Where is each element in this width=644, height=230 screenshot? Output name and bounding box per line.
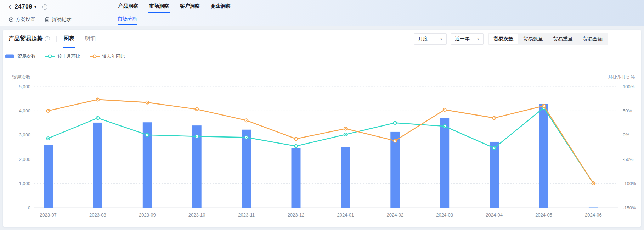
- svg-text:-150%: -150%: [623, 205, 636, 211]
- bar-2024-02: [390, 132, 400, 208]
- bar-2023-08: [93, 123, 102, 208]
- legend-item-yoy[interactable]: 较去年同比: [90, 53, 125, 60]
- svg-text:4,000: 4,000: [19, 108, 30, 113]
- svg-text:50%: 50%: [623, 108, 632, 113]
- subtab-market-analysis[interactable]: 市场分析: [118, 16, 137, 22]
- view-tabs: 图表明细: [63, 30, 106, 48]
- bar-2024-05: [539, 104, 548, 208]
- line-series-mom[interactable]: [47, 106, 595, 185]
- card-title: 产品贸易趋势: [9, 35, 43, 43]
- caret-down-icon[interactable]: ▼: [34, 5, 37, 9]
- metric-segmented-control: 贸易次数贸易数量贸易重量贸易金额: [488, 33, 608, 45]
- plan-id[interactable]: 24709: [15, 3, 32, 10]
- legend-label: 较上月环比: [57, 53, 80, 60]
- period-select[interactable]: 月度 ∨: [414, 33, 447, 45]
- svg-text:2024-01: 2024-01: [337, 212, 354, 218]
- range-select-value: 近一年: [455, 36, 470, 42]
- metric-button-trade-count[interactable]: 贸易次数: [489, 34, 518, 44]
- header-right: 产品洞察市场洞察客户洞察竞企洞察 市场分析: [107, 0, 644, 26]
- chevron-down-icon: ∨: [477, 37, 480, 41]
- legend-bar-swatch: [5, 54, 15, 59]
- svg-text:2024-04: 2024-04: [486, 212, 503, 218]
- primary-nav: 产品洞察市场洞察客户洞察竞企洞察: [107, 0, 644, 13]
- svg-text:2024-02: 2024-02: [386, 212, 403, 218]
- metric-button-trade-amount[interactable]: 贸易金额: [578, 34, 607, 44]
- legend-label: 贸易次数: [17, 53, 36, 60]
- chevron-down-icon: ∨: [440, 37, 443, 41]
- svg-text:2023-12: 2023-12: [288, 212, 305, 218]
- x-axis-labels: 2023-072023-082023-092023-102023-112023-…: [40, 212, 602, 218]
- svg-text:0%: 0%: [623, 132, 629, 138]
- svg-text:-50%: -50%: [623, 157, 634, 162]
- legend-item-mom[interactable]: 较上月环比: [45, 53, 80, 60]
- bar-2024-04: [490, 142, 499, 208]
- svg-text:环比/同比: %: 环比/同比: %: [608, 74, 635, 80]
- bar-2024-01: [341, 147, 350, 208]
- svg-text:100%: 100%: [623, 84, 635, 89]
- nav-tab-product-insight[interactable]: 产品洞察: [118, 0, 139, 13]
- legend-item-trade-count[interactable]: 贸易次数: [5, 53, 36, 60]
- view-tab-chart[interactable]: 图表: [63, 30, 75, 48]
- svg-text:贸易次数: 贸易次数: [12, 74, 30, 80]
- bar-2023-11: [242, 130, 251, 208]
- svg-text:2023-09: 2023-09: [139, 212, 156, 218]
- nav-tab-market-insight[interactable]: 市场洞察: [148, 0, 170, 13]
- svg-text:1,000: 1,000: [19, 181, 30, 186]
- svg-text:5,000: 5,000: [19, 84, 30, 89]
- line-series-yoy[interactable]: [47, 98, 595, 185]
- trend-chart[interactable]: 贸易次数环比/同比: %5,0004,0003,0002,0001,000010…: [3, 62, 641, 227]
- range-select[interactable]: 近一年 ∨: [451, 33, 484, 45]
- svg-text:2023-10: 2023-10: [188, 212, 205, 218]
- chart-legend: 贸易次数较上月环比较去年同比: [5, 53, 125, 60]
- header-left: ‹ 24709 ▼ ! 方案设置贸易记录: [0, 0, 107, 26]
- nav-tab-competitor-insight[interactable]: 竞企洞察: [210, 0, 231, 13]
- bar-2023-12: [292, 148, 301, 208]
- svg-text:-100%: -100%: [623, 181, 636, 186]
- metric-button-trade-weight[interactable]: 贸易重量: [548, 34, 577, 44]
- card-header: 产品贸易趋势 ! 图表明细 月度 ∨ 近一年 ∨ 贸易次数贸易数量贸易重量贸易金…: [3, 30, 641, 48]
- secondary-nav: 市场分析: [107, 13, 644, 25]
- clipboard-icon: [45, 17, 50, 22]
- bar-2023-07: [44, 145, 53, 208]
- gridlines: [34, 86, 618, 208]
- subtab-active-underline: [118, 24, 137, 25]
- view-tab-detail[interactable]: 明细: [84, 30, 96, 48]
- bar-2024-06: [589, 207, 598, 208]
- metric-button-trade-volume[interactable]: 贸易数量: [519, 34, 548, 44]
- legend-label: 较去年同比: [102, 53, 125, 60]
- trade-records-label: 贸易记录: [52, 16, 72, 23]
- legend-line-swatch: [45, 54, 55, 59]
- top-header: ‹ 24709 ▼ ! 方案设置贸易记录 产品洞察市场洞察客户洞察竞企洞察 市场…: [0, 0, 644, 26]
- plan-settings-label: 方案设置: [16, 16, 35, 23]
- back-icon[interactable]: ‹: [9, 3, 11, 10]
- plan-settings-button[interactable]: 方案设置: [9, 16, 35, 23]
- svg-text:2024-06: 2024-06: [585, 212, 602, 218]
- trade-trend-card: 产品贸易趋势 ! 图表明细 月度 ∨ 近一年 ∨ 贸易次数贸易数量贸易重量贸易金…: [3, 30, 641, 227]
- trend-chart-svg: 贸易次数环比/同比: %5,0004,0003,0002,0001,000010…: [3, 62, 641, 227]
- svg-text:3,000: 3,000: [19, 132, 30, 138]
- legend-line-swatch: [90, 54, 100, 59]
- title-info-icon[interactable]: !: [45, 36, 50, 41]
- trade-records-button[interactable]: 贸易记录: [45, 16, 72, 23]
- svg-text:2,000: 2,000: [19, 157, 30, 162]
- svg-text:2023-08: 2023-08: [89, 212, 106, 218]
- bar-2024-03: [440, 118, 449, 208]
- period-select-value: 月度: [418, 36, 428, 42]
- svg-text:2023-07: 2023-07: [40, 212, 57, 218]
- target-icon: [9, 17, 14, 22]
- title-divider: [56, 36, 57, 42]
- nav-tab-customer-insight[interactable]: 客户洞察: [179, 0, 200, 13]
- info-icon[interactable]: !: [42, 4, 47, 10]
- bars-series[interactable]: [44, 104, 598, 208]
- svg-text:2024-03: 2024-03: [436, 212, 453, 218]
- svg-text:2023-11: 2023-11: [238, 212, 255, 218]
- svg-text:2024-05: 2024-05: [535, 212, 552, 218]
- svg-text:0: 0: [28, 205, 30, 211]
